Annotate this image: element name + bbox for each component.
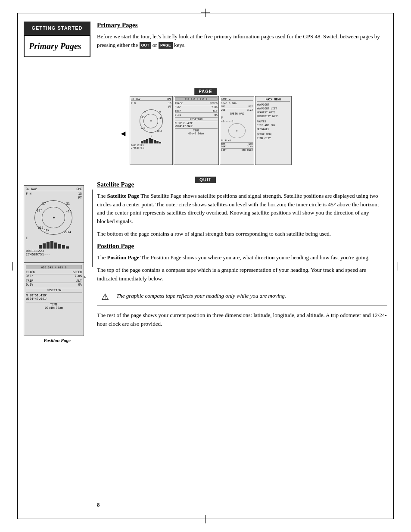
lower-content: Satellite Page The Satellite Page The Sa… bbox=[97, 181, 387, 332]
position-para3: The rest of the page shows your current … bbox=[97, 311, 387, 328]
satellite-page-title: Satellite Page bbox=[97, 181, 387, 188]
crosshair-bottom bbox=[201, 515, 210, 523]
satellite-para1: The Satellite Page The Satellite Page sh… bbox=[97, 192, 387, 225]
page-button: PAGE bbox=[159, 42, 173, 49]
sidebar: GETTING STARTED Primary Pages bbox=[24, 22, 90, 57]
screens-row: ◄ 3D NAVEPE F N15 FT bbox=[24, 96, 387, 171]
primary-pages-box: Primary Pages bbox=[24, 35, 90, 57]
main-content: Primary Pages Before we start the tour, … bbox=[97, 22, 387, 53]
satellite-large-screen: 3D NAVEPE F N15 FT 27 31 19° •15 017 18•… bbox=[24, 185, 84, 263]
crosshair-right bbox=[394, 262, 402, 271]
page-border-left bbox=[17, 13, 18, 519]
screen-satellite-diagram: 3D NAVEPE F N15 FT 27 31 19° bbox=[130, 96, 173, 165]
satellite-para2: The bottom of the page contains a row of… bbox=[97, 230, 387, 238]
primary-pages-intro: Before we start the tour, let's briefly … bbox=[97, 32, 387, 49]
screen-nav-diagram: RAMP ◄ 164° 0.08% BRCDST 263'3.22 GREEN … bbox=[220, 96, 254, 165]
primary-pages-title: Primary Pages bbox=[97, 22, 387, 29]
warning-icon: ⚠ bbox=[101, 292, 112, 302]
position-para1: The Position Page The Position Page show… bbox=[97, 253, 387, 262]
screen-position-diagram: 030 345 N 015 0 TRACKSPEED 356°7.0% TRIP… bbox=[174, 96, 219, 165]
margin-bar bbox=[92, 190, 93, 267]
out-button: OUT bbox=[140, 42, 151, 49]
crosshair-top bbox=[201, 9, 210, 17]
screen-menu-diagram: MAIN MENU WAYPOINT WAYPOINT LIST NEAREST… bbox=[255, 96, 292, 165]
position-large-screen: 030 345 N 015 0 TRACKSPEED 356°7.0% TRIP… bbox=[24, 263, 84, 336]
gps-diagram-area: PAGE ◄ 3D NAVEPE F N15 FT bbox=[24, 88, 387, 183]
position-device: 030 345 N 015 0 TRACKSPEED 356°7.0% TRIP… bbox=[24, 263, 90, 343]
position-para2: The top of the page contains a compass t… bbox=[97, 266, 387, 283]
arrow-left: ◄ bbox=[119, 96, 127, 171]
warning-box: ⚠ The graphic compass tape reflects your… bbox=[97, 288, 387, 306]
page-label: PAGE bbox=[194, 88, 217, 95]
position-page-title: Position Page bbox=[97, 243, 387, 250]
primary-pages-sidebar-label: Primary Pages bbox=[29, 41, 81, 51]
crosshair-left bbox=[9, 262, 17, 271]
warning-text: The graphic compass tape reflects your h… bbox=[116, 292, 286, 300]
position-screen-caption: Position Page bbox=[24, 338, 90, 343]
getting-started-label: GETTING STARTED bbox=[24, 22, 90, 35]
page-number: 8 bbox=[97, 501, 100, 508]
